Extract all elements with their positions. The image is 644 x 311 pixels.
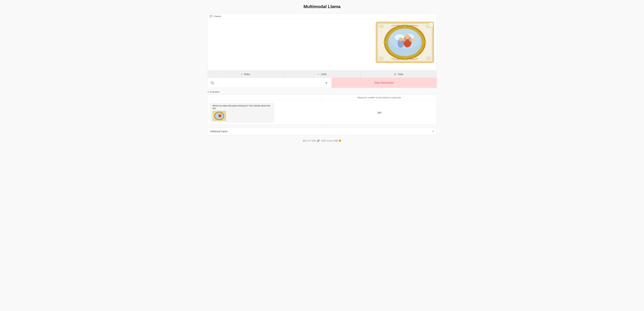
svg-rect-21	[379, 25, 384, 28]
svg-point-17	[404, 24, 406, 26]
clear-button[interactable]: 🗑 Clear	[360, 71, 437, 78]
example-row-1[interactable]: Which era does this piece belong to? Giv…	[208, 101, 436, 125]
example-cell-message: Which era does this piece belong to? Giv…	[208, 101, 322, 125]
send-icon: ➤	[325, 81, 328, 85]
page-title: Multimodal Llama	[304, 4, 340, 9]
undo-icon: ↩	[318, 73, 320, 75]
attach-button[interactable]: 📎	[208, 78, 218, 88]
examples-table-header: Maximum number of new tokens to generate	[208, 95, 436, 101]
additional-inputs-bar[interactable]: Additional Inputs ◄	[207, 127, 437, 135]
chatbot-icon: 💬	[210, 15, 212, 17]
chatbot-panel: 💬 Chatbot	[207, 13, 437, 71]
action-buttons-row: ↩ Retry ↩ Undo 🗑 Clear	[207, 71, 437, 78]
retry-label: Retry	[244, 73, 250, 75]
footer-heart-icon: 🧡	[338, 139, 341, 142]
chatbot-body: ⤢	[208, 19, 436, 68]
example-text: Which era does this piece belong to? Giv…	[212, 104, 272, 109]
svg-point-10	[405, 34, 410, 39]
additional-inputs-label: Additional Inputs	[210, 130, 228, 133]
footer-gradio-text: 使用 Gradio 构建	[321, 139, 338, 142]
examples-col1-header	[208, 95, 322, 100]
trash-icon: 🗑	[394, 73, 396, 75]
examples-table: Maximum number of new tokens to generate…	[207, 94, 437, 125]
footer-separator: ·	[320, 139, 321, 142]
image-bubble: ⤢	[376, 22, 434, 63]
chatbot-header: 💬 Chatbot	[208, 13, 436, 19]
examples-label: Examples	[210, 91, 220, 93]
svg-point-29	[219, 113, 221, 115]
example-thumbnail	[212, 111, 226, 121]
stop-generation-label: Stop Generation	[374, 81, 394, 84]
svg-point-18	[404, 58, 406, 60]
stop-generation-button[interactable]: Stop Generation	[332, 78, 437, 88]
main-content: 💬 Chatbot	[207, 13, 437, 135]
svg-point-14	[399, 37, 402, 41]
message-input[interactable]	[218, 78, 321, 88]
user-message: ⤢	[210, 22, 434, 63]
artwork-image	[376, 22, 434, 62]
svg-point-19	[384, 41, 386, 43]
send-button[interactable]: ➤	[321, 78, 332, 88]
svg-rect-23	[379, 57, 384, 60]
chatbot-label: Chatbot	[213, 15, 221, 17]
svg-rect-24	[426, 57, 431, 60]
clear-label: Clear	[398, 73, 403, 75]
footer-api-text: 通过 API 使用	[303, 139, 316, 142]
chevron-left-icon: ◄	[432, 130, 434, 133]
retry-button[interactable]: ↩ Retry	[207, 71, 284, 78]
paperclip-icon: 📎	[210, 81, 214, 85]
example-cell-tokens: 200	[322, 101, 437, 125]
retry-icon: ↩	[241, 73, 243, 75]
examples-col2-header: Maximum number of new tokens to generate	[322, 95, 437, 100]
example-bubble: Which era does this piece belong to? Giv…	[210, 103, 274, 123]
footer: 通过 API 使用 🚀 · 使用 Gradio 构建 🧡	[207, 137, 437, 145]
examples-header: ≡ Examples	[207, 91, 437, 93]
svg-point-20	[424, 41, 426, 43]
undo-label: Undo	[321, 73, 326, 75]
examples-section: ≡ Examples Maximum number of new tokens …	[207, 91, 437, 125]
footer-rocket-icon: 🚀	[317, 139, 320, 142]
image-expand-button[interactable]: ⤢	[430, 23, 433, 26]
examples-icon: ≡	[208, 91, 209, 93]
undo-button[interactable]: ↩ Undo	[284, 71, 360, 78]
input-row: 📎 ➤ Stop Generation	[207, 78, 437, 88]
